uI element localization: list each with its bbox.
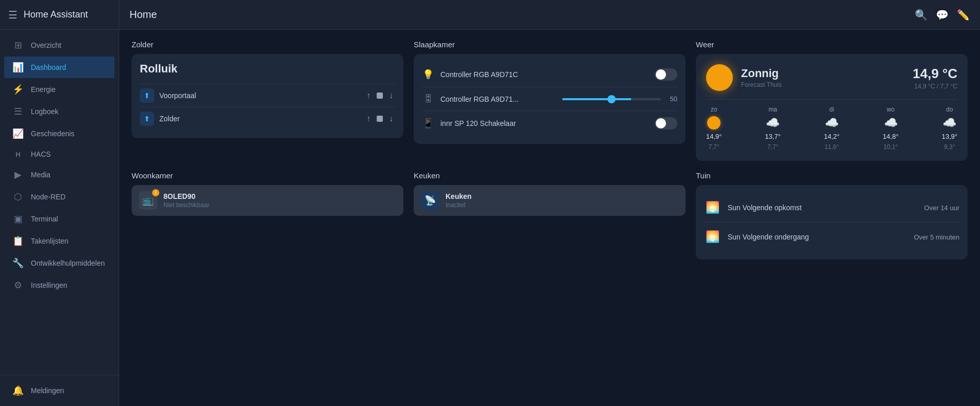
shutter-up-btn-2[interactable]: ↑ [364, 113, 373, 124]
menu-icon[interactable]: ☰ [8, 9, 17, 21]
app-title: Home Assistant [24, 9, 88, 20]
forecast-label-wo: wo [886, 106, 894, 113]
tv-icon: 📺 [142, 195, 154, 206]
forecast-cloud-do: ☁️ [942, 116, 956, 130]
sidebar-item-label: Ontwikkelhulpmiddelen [31, 259, 105, 267]
zolder-title: Zolder [132, 40, 403, 49]
sunrise-icon: 🌅 [704, 199, 720, 216]
tv-info: 8OLED90 Niet beschikbaar [163, 192, 209, 209]
log-icon: ☰ [12, 106, 24, 117]
shutter-down-btn[interactable]: ↓ [387, 90, 395, 101]
edit-icon[interactable]: ✏️ [957, 9, 970, 21]
rolluik-controls-zolder: ↑ ↓ [364, 113, 395, 124]
tuin-value-0: Over 14 uur [924, 204, 959, 212]
sun-icon [706, 64, 733, 91]
sidebar-item-label: HACS [31, 150, 51, 158]
weer-section: Weer Zonnig Forecast Thuis 14,9 °C 1 [696, 40, 968, 161]
toggle-0[interactable] [655, 68, 677, 81]
zolder-section: Zolder Rolluik ⬆ Voorportaal ↑ ↓ ⬆ [132, 40, 403, 161]
sidebar-item-label: Media [31, 171, 50, 179]
shutter-stop-btn[interactable] [377, 93, 383, 99]
forecast-lo-ma: 7,7° [767, 143, 778, 151]
toggle-track-0 [655, 68, 677, 81]
sidebar-item-geschiedenis[interactable]: 📈 Geschiedenis [4, 123, 115, 144]
search-icon[interactable]: 🔍 [915, 9, 928, 21]
energy-icon: ⚡ [12, 84, 24, 95]
cast-icon: 📡 [424, 195, 436, 206]
weather-forecast-label: Forecast Thuis [741, 81, 782, 88]
woonkamer-title: Woonkamer [132, 171, 403, 180]
sidebar: ☰ Home Assistant ⊞ Overzicht 📊 Dashboard… [0, 0, 119, 406]
sidebar-item-terminal[interactable]: ▣ Terminal [4, 208, 115, 230]
sidebar-footer: 🔔 Meldingen [0, 375, 119, 406]
forecast-cloud-wo: ☁️ [884, 116, 898, 130]
toggle-2[interactable] [655, 117, 677, 130]
sidebar-item-label: Takenlijsten [31, 237, 68, 245]
sidebar-item-label: Instellingen [31, 281, 67, 289]
dial-icon: 🎛 [422, 94, 434, 104]
sidebar-item-takenlijsten[interactable]: 📋 Takenlijsten [4, 230, 115, 252]
sidebar-item-energie[interactable]: ⚡ Energie [4, 79, 115, 100]
sections-grid-bottom: Woonkamer 📺 ! 8OLED90 Niet beschikbaar K… [132, 171, 968, 260]
sidebar-item-ontwikkelhulpmiddelen[interactable]: 🔧 Ontwikkelhulpmiddelen [4, 252, 115, 274]
tuin-title: Tuin [696, 171, 968, 180]
forecast-label-do: do [946, 106, 953, 113]
forecast-lo-wo: 10,1° [883, 143, 898, 151]
device-name-1: Controller RGB A9D71... [440, 95, 556, 103]
tuin-row-1: 🌅 Sun Volgende ondergang Over 5 minuten [704, 223, 959, 251]
forecast-day-wo: wo ☁️ 14,8° 10,1° [883, 106, 899, 151]
shutter-stop-btn-2[interactable] [377, 116, 383, 122]
sections-grid-top: Zolder Rolluik ⬆ Voorportaal ↑ ↓ ⬆ [132, 40, 968, 161]
forecast-day-ma: ma ☁️ 13,7° 7,7° [765, 106, 781, 151]
page-title: Home [130, 9, 157, 21]
rolluik-row-zolder: ⬆ Zolder ↑ ↓ [140, 107, 395, 130]
shutter-up-btn[interactable]: ↑ [364, 90, 373, 101]
rolluik-name-zolder: Zolder [159, 115, 359, 123]
keuken-device-status: Inactief [446, 201, 472, 209]
tuin-label-1: Sun Volgende ondergang [728, 233, 907, 241]
weather-temp-range: 14,9 °C / 7,7 °C [913, 83, 957, 90]
toggle-track-2 [655, 117, 677, 130]
device-row-0: 💡 Controller RGB A9D71C [422, 62, 677, 87]
slider-value: 50 [665, 95, 677, 103]
settings-icon: ⚙ [12, 280, 24, 291]
overview-icon: ⊞ [12, 40, 24, 51]
slaapkamer-title: Slaapkamer [414, 40, 686, 49]
content-area: Zolder Rolluik ⬆ Voorportaal ↑ ↓ ⬆ [119, 30, 980, 406]
device-name-2: innr SP 120 Schakelaar [440, 119, 649, 127]
slider-container: 50 [562, 95, 678, 103]
forecast-lo-do: 9,3° [944, 143, 955, 151]
node-red-icon: ⬡ [12, 191, 24, 202]
device-name-0: Controller RGB A9D71C [440, 70, 649, 79]
tasks-icon: 📋 [12, 235, 24, 247]
forecast-hi-di: 14,2° [824, 133, 840, 140]
forecast-cloud-di: ☁️ [825, 116, 839, 130]
tv-card[interactable]: 📺 ! 8OLED90 Niet beschikbaar [132, 185, 403, 216]
forecast-lo-zo: 7,7° [709, 143, 719, 151]
weather-condition-block: Zonnig Forecast Thuis [741, 67, 782, 88]
sidebar-item-media[interactable]: ▶ Media [4, 164, 115, 186]
device-row-1: 🎛 Controller RGB A9D71... 50 [422, 87, 677, 111]
forecast-sun-zo [707, 116, 720, 130]
media-icon: ▶ [12, 169, 24, 180]
sidebar-item-meldingen[interactable]: 🔔 Meldingen [4, 380, 115, 401]
chat-icon[interactable]: 💬 [936, 9, 949, 21]
dev-tools-icon: 🔧 [12, 257, 24, 269]
shutter-down-btn-2[interactable]: ↓ [387, 113, 395, 124]
tv-badge: ! [152, 189, 159, 196]
brightness-slider[interactable] [562, 98, 661, 100]
slaapkamer-section: Slaapkamer 💡 Controller RGB A9D71C [414, 40, 686, 161]
sidebar-item-label: Node-RED [31, 193, 66, 201]
rolluik-controls-voorportaal: ↑ ↓ [364, 90, 395, 101]
sidebar-item-overzicht[interactable]: ⊞ Overzicht [4, 34, 115, 56]
weather-temp-block: 14,9 °C 14,9 °C / 7,7 °C [913, 66, 957, 90]
sidebar-item-node-red[interactable]: ⬡ Node-RED [4, 186, 115, 208]
sidebar-item-logboek[interactable]: ☰ Logboek [4, 101, 115, 122]
socket-icon: 📱 [422, 118, 434, 129]
sidebar-item-instellingen[interactable]: ⚙ Instellingen [4, 274, 115, 296]
sidebar-item-hacs[interactable]: H HACS [4, 145, 115, 163]
forecast-label-di: di [829, 106, 834, 113]
keuken-card[interactable]: 📡 Keuken Inactief [414, 185, 686, 216]
sidebar-item-dashboard[interactable]: 📊 Dashboard [4, 57, 115, 78]
forecast-hi-zo: 14,9° [706, 133, 722, 140]
